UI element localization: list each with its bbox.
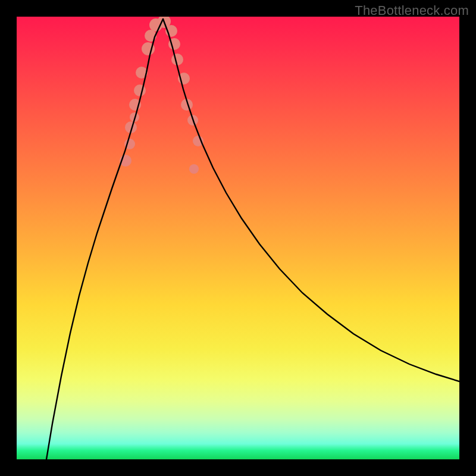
curve-layer xyxy=(17,17,459,459)
curve-left-branch xyxy=(46,19,163,459)
plot-area xyxy=(17,17,459,459)
marker-group xyxy=(120,17,203,174)
data-marker xyxy=(134,84,146,96)
curve-right-branch xyxy=(163,19,459,381)
watermark-text: TheBottleneck.com xyxy=(355,3,469,18)
chart-frame: TheBottleneck.com xyxy=(0,0,476,476)
data-marker xyxy=(189,164,199,174)
